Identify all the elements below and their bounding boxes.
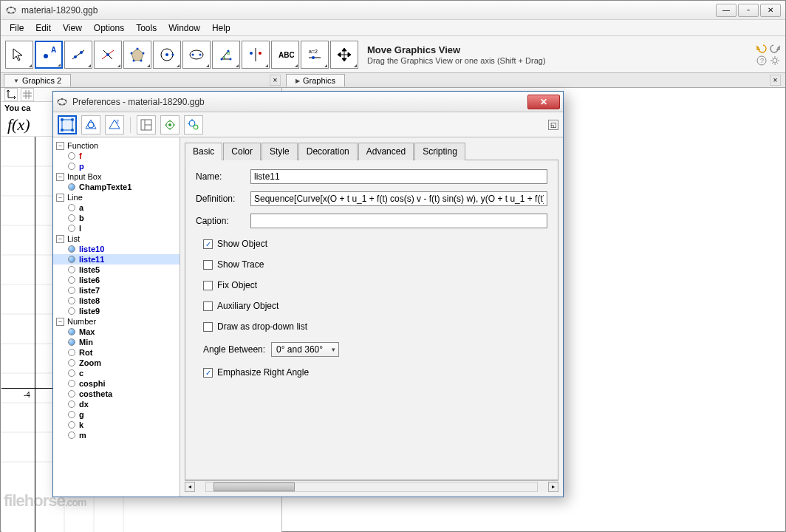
tool-circle[interactable] <box>153 41 181 69</box>
show-trace-checkbox[interactable]: Show Trace <box>203 259 547 270</box>
tool-text[interactable]: ABC <box>271 41 299 69</box>
visibility-dot-icon[interactable] <box>68 183 75 191</box>
tree-item[interactable]: f <box>53 151 180 161</box>
tool-slider[interactable]: a=2 <box>301 41 329 69</box>
visibility-dot-icon[interactable] <box>68 421 75 429</box>
visibility-dot-icon[interactable] <box>68 328 75 335</box>
tree-expander-icon[interactable]: − <box>56 142 64 150</box>
tree-item[interactable]: liste8 <box>53 296 180 306</box>
visibility-dot-icon[interactable] <box>68 225 75 232</box>
tab-graphics2[interactable]: ▼Graphics 2 <box>4 74 71 86</box>
visibility-dot-icon[interactable] <box>68 297 75 304</box>
auxiliary-object-checkbox[interactable]: Auxiliary Object <box>203 301 547 311</box>
tree-category[interactable]: −Input Box <box>53 171 180 182</box>
fix-object-checkbox[interactable]: Fix Object <box>203 280 547 290</box>
prefs-layout-icon[interactable] <box>137 115 156 134</box>
dialog-close-button[interactable]: ✕ <box>527 95 560 109</box>
visibility-dot-icon[interactable] <box>68 256 75 263</box>
tree-item[interactable]: g <box>53 409 180 420</box>
tool-move[interactable] <box>5 41 33 69</box>
tree-item[interactable]: liste9 <box>53 306 180 316</box>
tree-item[interactable]: liste6 <box>53 275 180 285</box>
tree-item[interactable]: k <box>53 420 180 430</box>
prop-tab-advanced[interactable]: Advanced <box>358 143 414 160</box>
prefs-graphics-icon[interactable] <box>81 115 100 134</box>
tree-category[interactable]: −Number <box>53 316 180 327</box>
visibility-dot-icon[interactable] <box>68 369 75 377</box>
close-button[interactable]: ✕ <box>760 4 781 17</box>
visibility-dot-icon[interactable] <box>68 359 75 366</box>
visibility-dot-icon[interactable] <box>68 400 75 408</box>
menu-view[interactable]: View <box>57 21 88 35</box>
tree-category[interactable]: −Function <box>53 140 180 151</box>
tree-item[interactable]: liste10 <box>53 244 180 254</box>
visibility-dot-icon[interactable] <box>68 276 75 284</box>
dropdown-checkbox[interactable]: Draw as drop-down list <box>203 321 547 332</box>
tool-polygon[interactable] <box>123 41 151 69</box>
prop-tab-decoration[interactable]: Decoration <box>298 143 358 160</box>
visibility-dot-icon[interactable] <box>68 245 75 253</box>
emphasize-right-angle-checkbox[interactable]: ✓Emphasize Right Angle <box>203 367 547 378</box>
tree-item[interactable]: m <box>53 430 180 440</box>
tree-expander-icon[interactable]: − <box>56 194 64 202</box>
tab-graphics2-close[interactable]: × <box>270 75 281 86</box>
tab-graphics[interactable]: ▶Graphics <box>286 74 345 86</box>
visibility-dot-icon[interactable] <box>68 266 75 273</box>
maximize-button[interactable]: ▫ <box>738 4 759 17</box>
tree-item[interactable]: l <box>53 223 180 233</box>
minimize-button[interactable]: — <box>716 4 737 17</box>
tree-item[interactable]: Rot <box>53 347 180 358</box>
tree-item[interactable]: c <box>53 368 180 378</box>
tree-item[interactable]: ChampTexte1 <box>53 182 180 192</box>
tree-item[interactable]: liste5 <box>53 265 180 275</box>
visibility-dot-icon[interactable] <box>68 390 75 398</box>
tree-item[interactable]: dx <box>53 399 180 409</box>
visibility-dot-icon[interactable] <box>68 307 75 315</box>
tree-category[interactable]: −List <box>53 233 180 244</box>
dialog-popout-icon[interactable]: ◱ <box>548 120 558 130</box>
visibility-dot-icon[interactable] <box>68 338 75 346</box>
prop-tab-color[interactable]: Color <box>223 143 261 160</box>
visibility-dot-icon[interactable] <box>68 204 75 211</box>
visibility-dot-icon[interactable] <box>68 287 75 294</box>
visibility-dot-icon[interactable] <box>68 432 75 439</box>
object-tree[interactable]: −Functionfp−Input BoxChampTexte1−Lineabl… <box>53 137 180 497</box>
prop-tab-basic[interactable]: Basic <box>185 143 222 160</box>
menu-options[interactable]: Options <box>88 21 130 35</box>
prop-tab-style[interactable]: Style <box>262 143 298 160</box>
visibility-dot-icon[interactable] <box>68 214 75 222</box>
visibility-dot-icon[interactable] <box>68 152 75 160</box>
tool-ellipse[interactable] <box>182 41 211 69</box>
menu-edit[interactable]: Edit <box>30 21 57 35</box>
menu-help[interactable]: Help <box>206 21 236 35</box>
visibility-dot-icon[interactable] <box>68 163 75 170</box>
tool-point[interactable]: A <box>35 41 63 69</box>
visibility-dot-icon[interactable] <box>68 411 75 418</box>
properties-hscroll[interactable]: ◂ ▸ <box>185 480 558 492</box>
visibility-dot-icon[interactable] <box>68 349 75 356</box>
prefs-defaults-icon[interactable] <box>160 115 180 134</box>
tool-line[interactable] <box>64 41 92 69</box>
angle-between-combo[interactable]: 0° and 360° <box>271 342 339 357</box>
grid-toggle-icon[interactable] <box>21 88 34 101</box>
prefs-objects-icon[interactable] <box>58 115 77 134</box>
tree-item[interactable]: liste11 <box>53 254 180 265</box>
tree-expander-icon[interactable]: − <box>56 173 64 181</box>
menu-window[interactable]: Window <box>163 21 206 35</box>
undo-icon[interactable] <box>756 42 768 54</box>
tree-category[interactable]: −Line <box>53 192 180 202</box>
tool-reflect[interactable] <box>242 41 270 69</box>
prop-tab-scripting[interactable]: Scripting <box>414 143 465 160</box>
tree-item[interactable]: liste7 <box>53 285 180 296</box>
tree-item[interactable]: p <box>53 161 180 171</box>
tree-item[interactable]: Min <box>53 337 180 347</box>
tool-angle[interactable]: α <box>212 41 240 69</box>
tree-item[interactable]: Max <box>53 327 180 337</box>
tree-expander-icon[interactable]: − <box>56 235 64 243</box>
settings-icon[interactable] <box>769 55 781 66</box>
name-input[interactable] <box>250 169 547 184</box>
tool-perpendicular[interactable] <box>94 41 122 69</box>
tree-expander-icon[interactable]: − <box>56 318 64 326</box>
menu-tools[interactable]: Tools <box>130 21 163 35</box>
axes-toggle-icon[interactable] <box>4 88 18 101</box>
